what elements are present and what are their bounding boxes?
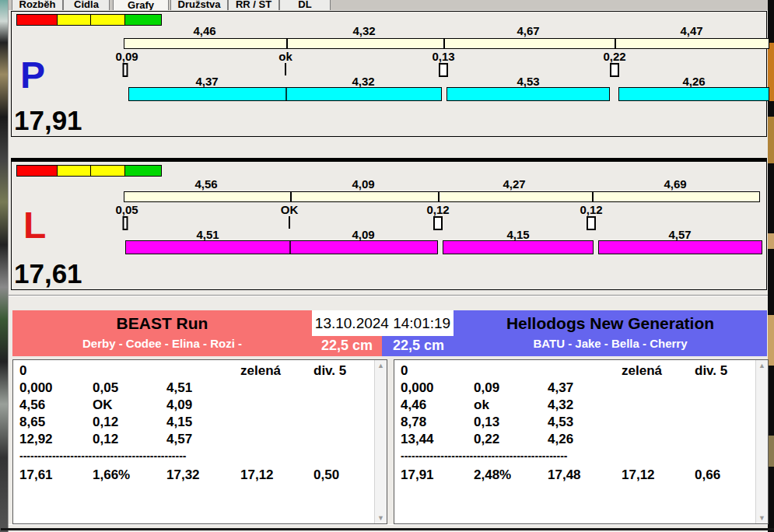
l-split-value: 4,56 xyxy=(194,177,217,191)
crossing-mark xyxy=(610,63,619,77)
status-square-yellow xyxy=(57,165,91,177)
status-square-green xyxy=(124,165,162,177)
crossing-tick xyxy=(285,63,286,75)
cell: 4,46 xyxy=(401,397,426,413)
total-cell: 0,66 xyxy=(695,467,720,483)
right-jump-height: 22,5 cm xyxy=(383,336,454,356)
separator-dashes: ----------------------------------------… xyxy=(401,450,567,462)
tab-rr-st[interactable]: RR / ST xyxy=(228,0,279,10)
tab-label: Čidla xyxy=(64,0,109,10)
l-run-value: 4,57 xyxy=(668,228,691,241)
tab-grafy[interactable]: Grafy xyxy=(113,0,169,10)
l-lane-letter: L xyxy=(23,207,46,244)
total-cell: 2,48% xyxy=(474,467,511,483)
total-cell: 17,61 xyxy=(19,467,53,483)
tab-dl[interactable]: DL xyxy=(279,0,331,10)
right-team-name: Hellodogs New Generation xyxy=(454,314,767,333)
cell: 4,53 xyxy=(548,415,573,430)
cell: 4,32 xyxy=(548,397,573,413)
p-gap-value: ok xyxy=(278,50,292,63)
crossing-mark xyxy=(433,216,443,230)
p-run-bar xyxy=(128,87,442,101)
cell: 4,56 xyxy=(19,397,45,413)
crossing-tick xyxy=(289,216,290,229)
tab-label: DL xyxy=(280,0,330,10)
cell: 4,26 xyxy=(548,432,573,447)
p-gap-value: 0,09 xyxy=(115,50,138,63)
tab-label: Družstva xyxy=(171,0,227,10)
tab-cidla[interactable]: Čidla xyxy=(63,0,110,10)
tab-label: Grafy xyxy=(114,0,168,10)
cell: div. 5 xyxy=(313,363,346,379)
left-team-dogs: Derby - Codee - Elina - Rozi - xyxy=(12,337,312,350)
left-jump-height: 22,5 cm xyxy=(312,336,382,356)
p-scale-bar xyxy=(124,38,769,49)
cell: 8,78 xyxy=(401,415,426,430)
cell: 0,000 xyxy=(401,380,434,396)
cell: 0,13 xyxy=(474,415,499,430)
cell: 0,09 xyxy=(474,380,499,396)
l-scale-bar xyxy=(124,191,760,202)
crossing-mark xyxy=(123,216,128,230)
total-cell: 17,12 xyxy=(240,467,274,483)
cell: OK xyxy=(93,397,113,413)
p-lane-panel: 4,46 4,32 4,67 4,47 0,09 ok 0,13 0,22 4,… xyxy=(11,11,767,137)
window-bottom-ridge xyxy=(9,524,768,525)
p-split-value: 4,67 xyxy=(517,24,539,37)
total-cell: 17,32 xyxy=(166,467,200,483)
l-gap-value: 0,05 xyxy=(115,203,138,216)
l-run-value: 4,09 xyxy=(352,228,374,241)
right-table-scrollbar[interactable]: ▲ ▼ xyxy=(755,360,768,523)
screen: Rozběh Čidla Grafy Družstva RR / ST DL 4… xyxy=(0,0,774,532)
cell: 4,37 xyxy=(548,380,573,396)
cell: 4,57 xyxy=(166,432,192,447)
p-split-value: 4,47 xyxy=(680,24,702,37)
p-split-value: 4,32 xyxy=(352,24,375,37)
total-cell: 17,91 xyxy=(401,467,434,483)
p-run-value: 4,37 xyxy=(195,75,218,88)
scroll-down-icon[interactable]: ▼ xyxy=(756,513,768,523)
cell: zelená xyxy=(622,363,662,379)
l-split-value: 4,69 xyxy=(664,177,686,191)
cell: 4,15 xyxy=(166,415,192,430)
scroll-up-icon[interactable]: ▲ xyxy=(375,360,387,371)
l-gap-value: 0,12 xyxy=(580,203,602,216)
l-gap-value: 0,12 xyxy=(426,203,449,216)
crossing-mark xyxy=(587,216,596,230)
status-square-yellow xyxy=(90,14,125,26)
p-gap-value: 0,22 xyxy=(603,50,625,63)
scroll-up-icon[interactable]: ▲ xyxy=(756,360,768,371)
cell: 0,05 xyxy=(93,380,118,396)
p-run-value: 4,32 xyxy=(352,75,374,88)
scroll-down-icon[interactable]: ▼ xyxy=(375,513,387,523)
tab-label: RR / ST xyxy=(229,0,278,10)
cell: zelená xyxy=(240,363,281,379)
l-run-bar xyxy=(443,240,594,254)
tab-druzstva[interactable]: Družstva xyxy=(170,0,228,10)
p-run-bar xyxy=(618,87,769,101)
status-square-yellow xyxy=(57,14,91,26)
total-cell: 17,48 xyxy=(548,467,581,483)
l-total-time: 17,61 xyxy=(14,260,82,288)
window-bottom-edge xyxy=(1,528,774,530)
left-table-scrollbar[interactable]: ▲ ▼ xyxy=(374,360,387,523)
l-gap-value: OK xyxy=(281,203,299,216)
tab-rozbeh[interactable]: Rozběh xyxy=(12,0,63,10)
p-run-bar xyxy=(447,87,610,101)
total-cell: 17,12 xyxy=(622,467,655,483)
status-square-green xyxy=(124,14,162,26)
l-run-bar xyxy=(125,240,438,254)
status-square-red xyxy=(16,165,58,177)
l-split-value: 4,27 xyxy=(503,177,525,191)
right-team-dogs: BATU - Jake - Bella - Cherry xyxy=(454,337,767,350)
cell: 8,65 xyxy=(19,415,45,430)
tab-label: Rozběh xyxy=(12,0,62,10)
left-results-table: 0 zelená div. 5 0,000 0,05 4,51 4,56 OK … xyxy=(12,359,387,524)
desktop-edge-left xyxy=(0,0,8,532)
cell: 0,000 xyxy=(19,380,53,396)
datetime-display: 13.10.2024 14:01:19 xyxy=(312,310,454,336)
p-lane-letter: P xyxy=(20,57,45,94)
desktop-icon-fragment xyxy=(767,117,774,163)
cell: 13,44 xyxy=(401,432,434,447)
desktop-icon-fragment xyxy=(767,315,774,366)
